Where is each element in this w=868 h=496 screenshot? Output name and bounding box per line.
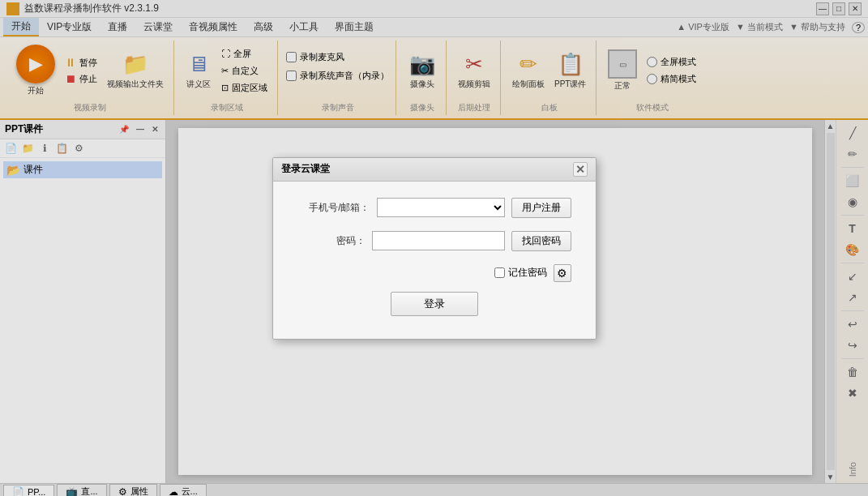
remember-row: 记住密码 ⚙ [297,264,571,282]
password-row: 密码： 找回密码 [297,231,571,251]
remember-checkbox[interactable] [494,267,505,278]
settings-gear-icon: ⚙ [557,267,567,280]
password-label: 密码： [297,234,366,248]
phone-select[interactable] [377,198,505,217]
login-submit-row: 登录 [297,292,571,323]
modal-title: 登录云课堂 [281,162,330,176]
login-button[interactable]: 登录 [391,292,478,316]
remember-checkbox-group: 记住密码 [494,266,547,280]
login-modal: 登录云课堂 ✕ 手机号/邮箱： 用户注册 密码： 找回密码 记住密码 [272,157,596,340]
remember-label: 记住密码 [508,266,547,280]
modal-overlay: 登录云课堂 ✕ 手机号/邮箱： 用户注册 密码： 找回密码 记住密码 [0,0,868,496]
modal-close-button[interactable]: ✕ [573,162,588,177]
register-button[interactable]: 用户注册 [511,198,571,218]
settings-gear-button[interactable]: ⚙ [554,264,571,282]
phone-label: 手机号/邮箱： [297,201,370,215]
modal-title-bar: 登录云课堂 ✕ [273,158,596,182]
find-password-button[interactable]: 找回密码 [511,231,571,251]
password-input[interactable] [372,231,505,250]
phone-row: 手机号/邮箱： 用户注册 [297,198,571,218]
modal-body: 手机号/邮箱： 用户注册 密码： 找回密码 记住密码 ⚙ [273,182,596,339]
